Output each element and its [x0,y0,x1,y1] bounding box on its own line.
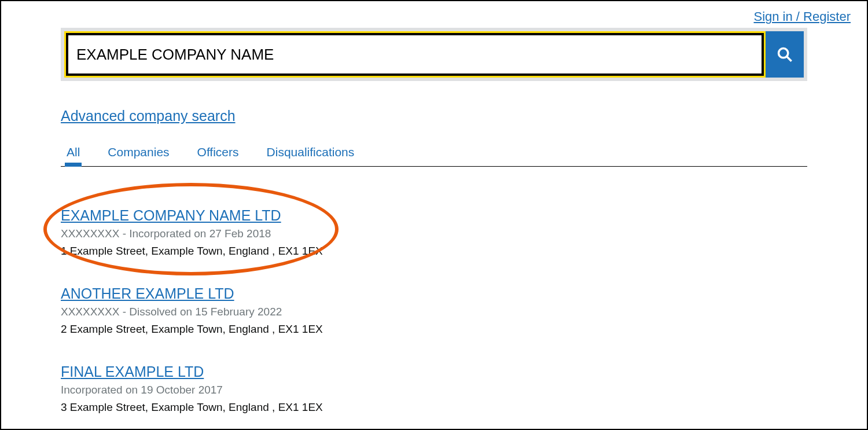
search-input-inner [66,33,764,76]
result-address: 1 Example Street, Example Town, England … [61,245,807,258]
sign-in-link[interactable]: Sign in / Register [753,9,851,24]
search-input-wrapper [64,31,766,78]
result-address: 3 Example Street, Example Town, England … [61,401,807,414]
result-meta: XXXXXXXX - Incorporated on 27 Feb 2018 [61,227,807,240]
search-input[interactable] [76,46,753,64]
svg-point-0 [779,49,788,58]
search-icon [777,46,793,63]
tab-all[interactable]: All [67,142,80,166]
result-item: FINAL EXAMPLE LTD Incorporated on 19 Oct… [61,363,807,414]
tab-disqualifications[interactable]: Disqualifications [267,142,355,166]
result-address: 2 Example Street, Example Town, England … [61,323,807,336]
result-item: EXAMPLE COMPANY NAME LTD XXXXXXXX - Inco… [61,207,807,258]
search-button[interactable] [766,31,804,78]
tabs: All Companies Officers Disqualifications [61,142,807,167]
result-meta: XXXXXXXX - Dissolved on 15 February 2022 [61,306,807,318]
search-bar [61,28,807,81]
tab-officers[interactable]: Officers [197,142,239,166]
tab-companies[interactable]: Companies [108,142,169,166]
result-title-link[interactable]: ANOTHER EXAMPLE LTD [61,285,234,302]
sign-in-link-text[interactable]: Sign in / Register [753,9,851,24]
results-list: EXAMPLE COMPANY NAME LTD XXXXXXXX - Inco… [61,207,807,414]
result-title-link[interactable]: FINAL EXAMPLE LTD [61,363,204,380]
result-title-link[interactable]: EXAMPLE COMPANY NAME LTD [61,207,281,223]
result-item: ANOTHER EXAMPLE LTD XXXXXXXX - Dissolved… [61,285,807,336]
svg-line-1 [787,57,792,61]
advanced-search-link[interactable]: Advanced company search [61,108,236,124]
result-meta: Incorporated on 19 October 2017 [61,384,807,396]
